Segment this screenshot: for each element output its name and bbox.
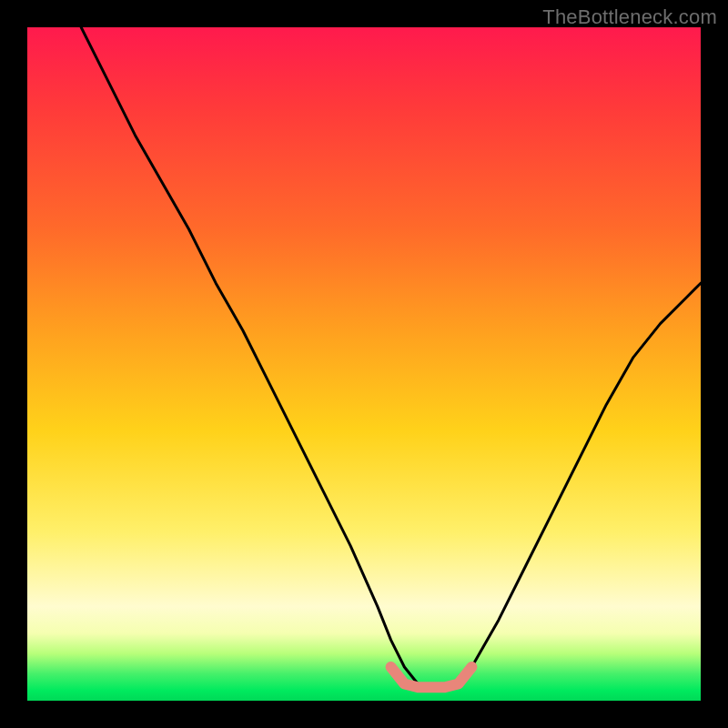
curve-svg [27, 27, 701, 701]
watermark-text: TheBottleneck.com [542, 5, 717, 29]
chart-frame: TheBottleneck.com [0, 0, 728, 728]
bottleneck-curve [81, 27, 701, 687]
highlight-flat-region [391, 667, 472, 687]
plot-area [27, 27, 701, 701]
